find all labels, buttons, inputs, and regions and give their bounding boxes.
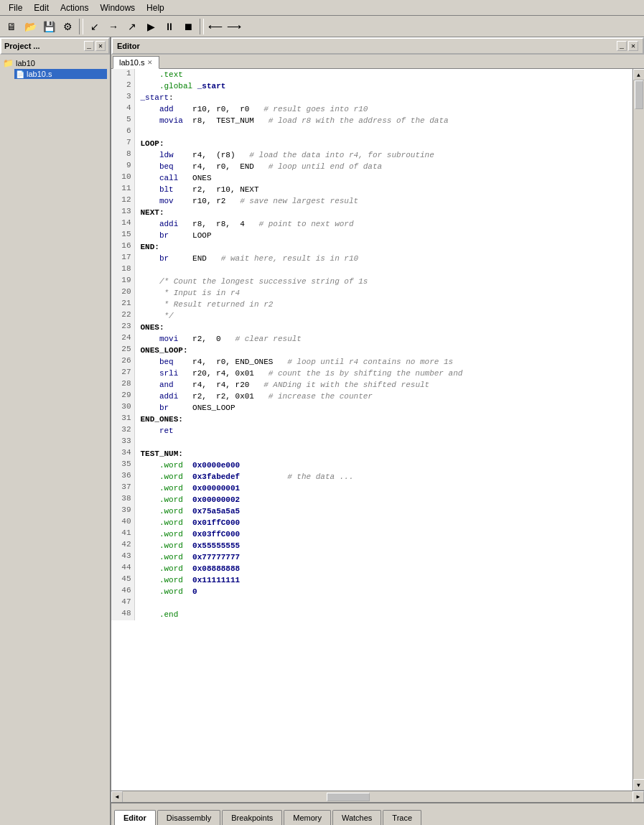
- stop-button[interactable]: ⏹: [179, 19, 197, 34]
- scroll-track[interactable]: [634, 80, 644, 779]
- code-content[interactable]: ldw r4, (r8) # load the data into r4, fo…: [134, 149, 633, 161]
- code-content[interactable]: TEST_NUM:: [134, 448, 633, 460]
- scroll-up-button[interactable]: ▲: [633, 69, 645, 80]
- step-over-button[interactable]: →: [105, 19, 122, 34]
- code-content[interactable]: ret: [134, 425, 633, 437]
- hscroll-thumb[interactable]: [327, 793, 370, 801]
- code-content[interactable]: call ONES: [134, 172, 633, 184]
- code-content[interactable]: srli r20, r4, 0x01 # count the 1s by shi…: [134, 368, 633, 379]
- code-content[interactable]: add r10, r0, r0 # result goes into r10: [134, 103, 633, 115]
- code-content[interactable]: * Input is in r4: [134, 287, 633, 299]
- code-content[interactable]: .word 0x75a5a5a5: [134, 505, 633, 517]
- forward-button[interactable]: ⟶: [225, 19, 243, 34]
- new-button[interactable]: 🖥: [3, 19, 20, 34]
- editor-close-button[interactable]: ✕: [628, 41, 638, 51]
- menu-file[interactable]: File: [3, 1, 28, 14]
- save-button[interactable]: 💾: [40, 19, 57, 34]
- open-button[interactable]: 📂: [22, 19, 39, 34]
- code-content[interactable]: .word 0x01ffC000: [134, 517, 633, 528]
- code-content[interactable]: * Result returned in r2: [134, 299, 633, 310]
- code-content[interactable]: br END # wait here, result is in r10: [134, 253, 633, 264]
- tab-disassembly[interactable]: Disassembly: [157, 810, 220, 825]
- code-content[interactable]: _start:: [134, 92, 633, 103]
- code-content[interactable]: .word 0x55555555: [134, 540, 633, 551]
- code-content[interactable]: .text: [134, 69, 633, 80]
- code-content[interactable]: and r4, r4, r20 # ANDing it with the shi…: [134, 379, 633, 391]
- code-content[interactable]: .word 0x11111111: [134, 574, 633, 586]
- tab-close-icon[interactable]: ✕: [147, 59, 153, 66]
- tab-watches[interactable]: Watches: [332, 810, 381, 825]
- code-content[interactable]: .word 0x0000e000: [134, 460, 633, 471]
- vertical-scrollbar[interactable]: ▲ ▼: [633, 69, 644, 791]
- menu-windows[interactable]: Windows: [94, 1, 141, 14]
- editor-minimize-button[interactable]: _: [617, 41, 627, 51]
- project-close-button[interactable]: ✕: [95, 41, 106, 51]
- code-content[interactable]: .word 0x3fabedef # the data ...: [134, 471, 633, 483]
- tab-trace[interactable]: Trace: [383, 810, 421, 825]
- code-content[interactable]: [134, 264, 633, 276]
- menu-edit[interactable]: Edit: [28, 1, 55, 14]
- scroll-down-button[interactable]: ▼: [633, 779, 645, 791]
- project-minimize-button[interactable]: _: [84, 41, 94, 51]
- code-content[interactable]: END:: [134, 241, 633, 253]
- code-content[interactable]: NEXT:: [134, 207, 633, 218]
- code-content[interactable]: [134, 126, 633, 138]
- code-content[interactable]: [134, 437, 633, 448]
- code-content[interactable]: .global _start: [134, 80, 633, 92]
- line-number: 40: [111, 517, 134, 528]
- code-content[interactable]: movi r2, 0 # clear result: [134, 333, 633, 345]
- scroll-right-button[interactable]: ▶: [633, 791, 644, 803]
- code-content[interactable]: addi r2, r2, 0x01 # increase the counter: [134, 391, 633, 402]
- toolbar-sep-1: [79, 19, 83, 34]
- pause-button[interactable]: ⏸: [161, 19, 178, 34]
- hscroll-track[interactable]: [123, 792, 633, 802]
- table-row: 27 srli r20, r4, 0x01 # count the 1s by …: [111, 368, 633, 379]
- code-content[interactable]: beq r4, r0, END # loop until end of data: [134, 161, 633, 172]
- code-content[interactable]: .word 0x00000001: [134, 483, 633, 494]
- compile-button[interactable]: ⚙: [59, 19, 76, 34]
- code-content[interactable]: movia r8, TEST_NUM # load r8 with the ad…: [134, 115, 633, 126]
- code-content[interactable]: END_ONES:: [134, 414, 633, 425]
- line-number: 46: [111, 586, 134, 597]
- tab-editor[interactable]: Editor: [114, 810, 156, 825]
- code-content[interactable]: addi r8, r8, 4 # point to next word: [134, 218, 633, 230]
- code-content[interactable]: ONES:: [134, 322, 633, 333]
- file-icon: 📄: [16, 70, 24, 78]
- menu-help[interactable]: Help: [141, 1, 170, 14]
- code-content[interactable]: beq r4, r0, END_ONES # loop until r4 con…: [134, 356, 633, 368]
- code-content[interactable]: ONES_LOOP:: [134, 345, 633, 356]
- menu-actions[interactable]: Actions: [55, 1, 94, 14]
- code-content[interactable]: LOOP:: [134, 138, 633, 149]
- table-row: 10 call ONES: [111, 172, 633, 184]
- code-content[interactable]: br ONES_LOOP: [134, 402, 633, 414]
- step-out-button[interactable]: ↗: [123, 19, 141, 34]
- editor-tab-lab10s[interactable]: lab10.s ✕: [113, 56, 159, 69]
- code-content[interactable]: .word 0x00000002: [134, 494, 633, 505]
- code-content[interactable]: .word 0x77777777: [134, 551, 633, 563]
- horizontal-scrollbar[interactable]: ◀ ▶: [111, 791, 644, 802]
- code-content[interactable]: /* Count the longest successive string o…: [134, 276, 633, 287]
- code-content[interactable]: */: [134, 310, 633, 322]
- line-number: 36: [111, 471, 134, 483]
- project-folder-item[interactable]: 📁 lab10: [3, 57, 107, 69]
- code-content[interactable]: .word 0x03ffC000: [134, 528, 633, 540]
- scroll-thumb[interactable]: [635, 80, 643, 109]
- code-content[interactable]: .end: [134, 609, 633, 620]
- folder-icon: 📁: [3, 58, 14, 68]
- code-scroll-area[interactable]: 1 .text2 .global _start3_start:4 add r10…: [111, 69, 633, 791]
- project-file-item[interactable]: 📄 lab10.s: [14, 69, 107, 79]
- code-content[interactable]: br LOOP: [134, 230, 633, 241]
- run-button[interactable]: ▶: [142, 19, 159, 34]
- code-content[interactable]: .word 0: [134, 586, 633, 597]
- tab-memory[interactable]: Memory: [284, 810, 331, 825]
- tab-breakpoints[interactable]: Breakpoints: [222, 810, 282, 825]
- code-content[interactable]: mov r10, r2 # save new largest result: [134, 195, 633, 207]
- step-into-button[interactable]: ↙: [86, 19, 103, 34]
- back-button[interactable]: ⟵: [207, 19, 224, 34]
- code-content[interactable]: .word 0x08888888: [134, 563, 633, 574]
- editor-panel: Editor _ ✕ lab10.s ✕ 1 .text2 .global _s…: [111, 37, 644, 825]
- code-content[interactable]: [134, 597, 633, 609]
- code-content[interactable]: blt r2, r10, NEXT: [134, 184, 633, 195]
- line-number: 28: [111, 379, 134, 391]
- scroll-left-button[interactable]: ◀: [111, 791, 123, 803]
